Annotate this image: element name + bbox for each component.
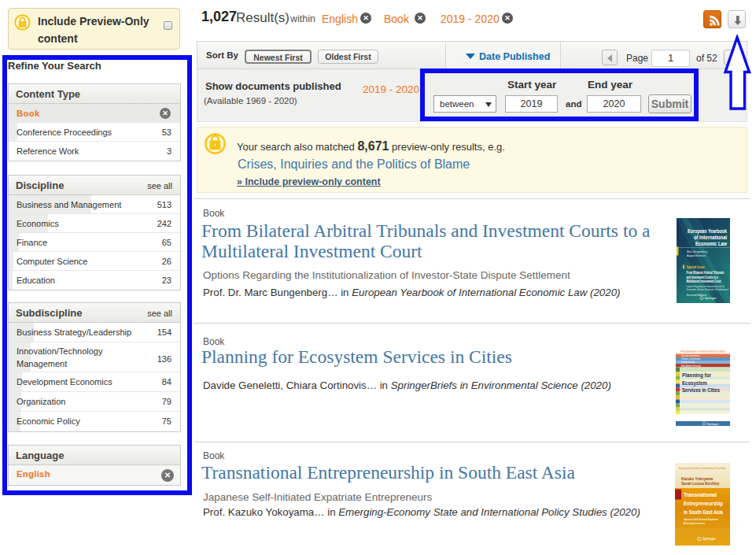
svg-text:From Bilateral Arbitral Tribun: From Bilateral Arbitral Tribunals <box>687 271 725 275</box>
svg-text:Special Issue:: Special Issue: <box>687 265 706 269</box>
svg-text:Investor-State Dispute Settlem: Investor-State Dispute Settlement <box>687 288 729 291</box>
svg-text:Transnational: Transnational <box>684 491 717 498</box>
svg-text:Sarah Louisa Birchley: Sarah Louisa Birchley <box>681 482 720 486</box>
svg-text:Ecosystem: Ecosystem <box>682 379 707 387</box>
svg-text:Springer: Springer <box>707 422 720 426</box>
svg-text:Linda Zardo: Linda Zardo <box>681 361 695 364</box>
svg-text:Economic Law: Economic Law <box>695 241 727 246</box>
svg-text:Entrepreneurs: Entrepreneurs <box>684 521 706 525</box>
svg-text:European Yearbook: European Yearbook <box>688 228 727 235</box>
svg-text:Emerging-Economy State and Int: Emerging-Economy State and International… <box>679 467 726 470</box>
svg-text:in South East Asia: in South East Asia <box>684 509 723 516</box>
svg-text:Planning for: Planning for <box>682 372 711 379</box>
svg-text:Springer: Springer <box>703 537 717 541</box>
svg-text:Services in Cities: Services in Cities <box>682 387 720 394</box>
svg-text:SPRINGER BRIEFS IN ENVIRONMENT: SPRINGER BRIEFS IN ENVIRONMENTAL SCIENCE <box>680 350 726 353</box>
svg-text:of International: of International <box>694 235 727 240</box>
svg-text:Springer: Springer <box>705 296 717 300</box>
svg-text:Kazuko Yokoyama: Kazuko Yokoyama <box>681 477 714 481</box>
svg-text:August Reinisch: August Reinisch <box>687 253 706 257</box>
svg-text:Multilateral Investment Court: Multilateral Investment Court <box>687 279 721 283</box>
svg-text:Entrepreneurship: Entrepreneurship <box>684 500 723 507</box>
svg-text:Blal Adem Esmail: Blal Adem Esmail <box>681 364 701 368</box>
svg-text:and Investment Courts to a: and Investment Courts to a <box>687 276 718 279</box>
svg-text:Davide Geneletti: Davide Geneletti <box>681 354 700 357</box>
svg-text:Second Edition: Second Edition <box>687 294 707 297</box>
